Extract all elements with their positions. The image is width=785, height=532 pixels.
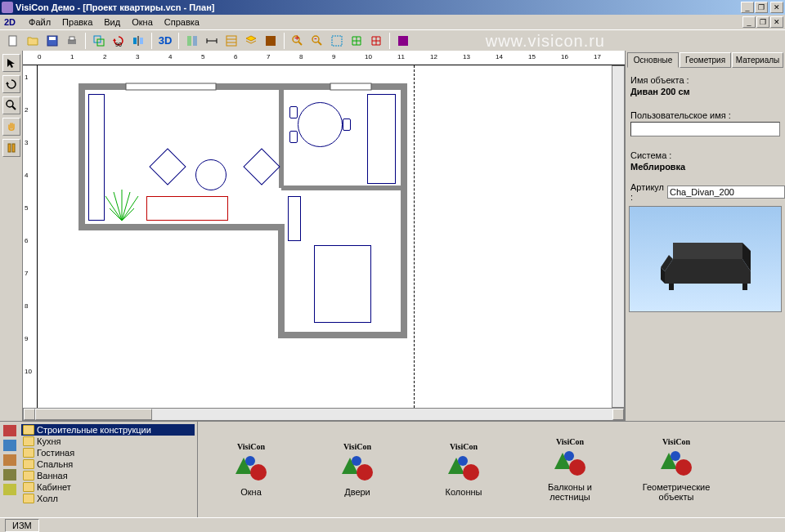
ruler-v-tick: 6 xyxy=(25,237,28,244)
canvas[interactable] xyxy=(38,65,612,408)
mdi-close-button[interactable]: ✕ xyxy=(770,16,783,28)
kitchen-counter[interactable] xyxy=(367,94,396,184)
tree-row[interactable]: Строительные конструкции xyxy=(21,424,195,436)
cat-icon-5[interactable] xyxy=(3,484,16,495)
mirror-button[interactable] xyxy=(129,32,147,50)
group-button[interactable] xyxy=(90,32,108,50)
ruler-h-tick: 11 xyxy=(397,53,405,60)
3d-button[interactable]: 3D xyxy=(156,32,174,50)
system-label: Система : xyxy=(630,150,780,160)
lib-label: Геометрические объекты xyxy=(639,482,713,502)
tree-row[interactable]: Гостиная xyxy=(21,447,195,458)
snap-grid-button[interactable] xyxy=(348,32,366,50)
props-tabs: Основные Геометрия Материалы xyxy=(627,52,783,68)
pan-tool[interactable] xyxy=(2,118,20,136)
chair-3[interactable] xyxy=(343,118,351,131)
tree-row[interactable]: Кабинет xyxy=(21,481,195,493)
scrollbar-vertical[interactable] xyxy=(612,65,625,408)
ruler-h-tick: 12 xyxy=(430,53,437,60)
tab-geometry[interactable]: Геометрия xyxy=(680,52,731,68)
minimize-button[interactable]: _ xyxy=(741,2,754,13)
menu-windows[interactable]: Окна xyxy=(126,16,159,29)
tree-label: Строительные конструкции xyxy=(37,425,151,435)
closet[interactable] xyxy=(288,196,301,241)
menu-help[interactable]: Справка xyxy=(159,16,205,29)
folder-icon xyxy=(23,436,34,446)
sku-input[interactable] xyxy=(667,186,785,199)
save-button[interactable] xyxy=(43,32,61,50)
library-item[interactable]: VisiConБалконы и лестницы xyxy=(533,437,607,502)
tab-materials[interactable]: Материалы xyxy=(732,52,783,68)
cat-icon-4[interactable] xyxy=(3,469,16,481)
select-tool[interactable] xyxy=(2,54,20,72)
tree-mode-icons xyxy=(2,423,21,497)
titlebar: VisiCon Демо - [Проект квартиры.vcn - Пл… xyxy=(0,0,785,15)
ruler-h-tick: 1 xyxy=(70,53,74,60)
maximize-button[interactable]: ❐ xyxy=(755,2,768,13)
lib-brand: VisiCon xyxy=(450,442,478,451)
plant-icon[interactable] xyxy=(101,188,142,225)
tree-label: Ванная xyxy=(37,471,68,481)
user-name-input[interactable] xyxy=(630,122,780,136)
open-button[interactable] xyxy=(24,32,42,50)
menu-view[interactable]: Вид xyxy=(98,16,126,29)
zoom-out-button[interactable]: - xyxy=(308,32,326,50)
rotate-tool[interactable] xyxy=(2,75,20,93)
tree-row[interactable]: Холл xyxy=(21,493,195,504)
snap-object-button[interactable] xyxy=(367,32,385,50)
tree-row[interactable]: Ванная xyxy=(21,470,195,481)
hatch-button[interactable] xyxy=(394,32,412,50)
library-item[interactable]: VisiConГеометрические объекты xyxy=(639,437,713,502)
cat-icon-2[interactable] xyxy=(3,440,16,451)
zoom-fit-button[interactable] xyxy=(328,32,346,50)
svg-point-71 xyxy=(569,459,585,476)
chair-2[interactable] xyxy=(289,131,298,143)
svg-point-66 xyxy=(352,456,361,466)
zoom-tool[interactable] xyxy=(2,96,20,114)
rotate-button[interactable]: 90 xyxy=(110,32,128,50)
svg-rect-25 xyxy=(332,36,342,46)
main-toolbar: 90 3D + - www.visicon.ru xyxy=(0,29,785,51)
svg-point-72 xyxy=(564,451,574,461)
menu-edit[interactable]: Правка xyxy=(56,16,98,29)
guide-line[interactable] xyxy=(414,65,415,408)
canvas-container: 01234567891011121314151617 12345678910 xyxy=(23,51,625,421)
library-item[interactable]: VisiConОкна xyxy=(214,442,288,497)
library-item[interactable]: VisiConКолонны xyxy=(427,442,500,497)
menu-file[interactable]: Файл xyxy=(23,16,56,29)
zoom-in-button[interactable]: + xyxy=(289,32,307,50)
new-button[interactable] xyxy=(4,32,22,50)
dining-table[interactable] xyxy=(298,102,343,147)
ruler-v-tick: 1 xyxy=(25,74,28,81)
cat-icon-3[interactable] xyxy=(3,454,16,466)
dimension-button[interactable] xyxy=(203,32,221,50)
tab-basic[interactable]: Основные xyxy=(627,52,679,68)
measure-tool[interactable] xyxy=(2,139,20,157)
sku-label: Артикул : xyxy=(630,182,664,202)
left-toolbar xyxy=(0,51,23,421)
svg-rect-11 xyxy=(193,36,197,46)
library-item[interactable]: VisiConДвери xyxy=(321,442,394,497)
mdi-window-controls: _ ❐ ✕ xyxy=(742,16,783,28)
align-button[interactable] xyxy=(183,32,201,50)
svg-marker-54 xyxy=(665,259,751,284)
scrollbar-horizontal[interactable] xyxy=(23,408,625,421)
cat-icon-1[interactable] xyxy=(3,425,16,436)
svg-rect-7 xyxy=(133,38,137,44)
texture-button[interactable] xyxy=(262,32,280,50)
tree-row[interactable]: Спальня xyxy=(21,458,195,470)
bed[interactable] xyxy=(314,245,371,323)
ruler-h-tick: 17 xyxy=(594,53,601,60)
mdi-minimize-button[interactable]: _ xyxy=(742,16,756,28)
print-button[interactable] xyxy=(63,32,81,50)
close-button[interactable]: ✕ xyxy=(770,2,783,13)
grid-settings-button[interactable] xyxy=(222,32,240,50)
coffee-table[interactable] xyxy=(195,159,227,190)
svg-line-23 xyxy=(318,42,321,45)
layers-button[interactable] xyxy=(242,32,260,50)
folder-icon xyxy=(23,494,34,503)
mdi-maximize-button[interactable]: ❐ xyxy=(756,16,769,28)
sofa[interactable] xyxy=(146,196,228,221)
tree-row[interactable]: Кухня xyxy=(21,436,195,447)
chair-1[interactable] xyxy=(289,106,298,118)
